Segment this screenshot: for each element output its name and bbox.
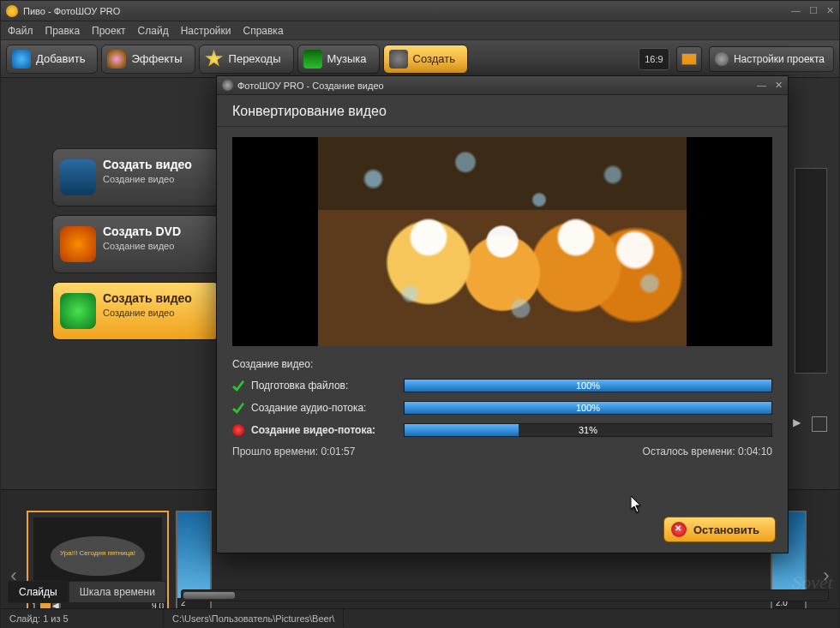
progress-section-label: Создание видео: [232,358,772,370]
dvd-icon [60,226,96,262]
check-icon [232,402,244,414]
main-titlebar: Пиво - ФотоШОУ PRO — ☐ ✕ [1,1,839,21]
transitions-button[interactable]: Переходы [199,45,294,74]
stop-button[interactable]: Остановить [663,517,776,542]
camera-icon [12,50,31,69]
dialog-minimize-icon[interactable]: — [757,80,766,91]
play-icon[interactable]: ▶ [793,416,808,432]
record-icon [232,424,244,436]
status-slide-count: Слайд: 1 из 5 [1,609,164,627]
preview-panel: ▶ [786,159,827,425]
dialog-heading: Конвертирование видео [217,95,788,127]
menu-file[interactable]: Файл [8,25,33,37]
minimize-icon[interactable]: — [791,5,801,16]
remaining-time: Осталось времени: 0:04:10 [643,446,772,458]
effects-button[interactable]: Эффекты [101,45,195,74]
create-button[interactable]: Создать [383,45,468,74]
menu-bar: Файл Правка Проект Слайд Настройки Справ… [1,21,839,40]
option-create-video[interactable]: Создать видео Создание видео [52,148,220,206]
tab-slides[interactable]: Слайды [8,581,69,603]
menu-help[interactable]: Справка [243,25,283,37]
music-note-icon [303,50,322,69]
option-create-web[interactable]: Создать видео Создание видео [52,282,220,340]
main-toolbar: Добавить Эффекты Переходы Музыка Создать… [1,40,839,78]
menu-settings[interactable]: Настройки [181,25,231,37]
progress-prepare: Подготовка файлов: 100% [232,379,772,392]
filmstrip-icon [60,159,96,195]
progress-video: Создание видео-потока: 31% [232,423,772,437]
elapsed-time: Прошло времени: 0:01:57 [232,446,355,458]
close-icon[interactable]: ✕ [826,5,834,16]
dialog-close-icon[interactable]: ✕ [775,80,783,91]
tab-timeline[interactable]: Шкала времени [69,581,166,603]
menu-project[interactable]: Проект [92,25,126,37]
preview-frame [318,137,687,346]
aspect-ratio[interactable]: 16:9 [639,48,669,70]
status-path: C:\Users\Пользователь\Pictures\Beer\ [164,609,344,627]
fullscreen-icon[interactable] [812,416,827,432]
app-logo-icon [6,5,18,17]
timeline-scrollbar[interactable] [181,589,829,601]
option-create-dvd[interactable]: Создать DVD Создание видео [52,215,220,273]
window-title: Пиво - ФотоШОУ PRO [23,6,791,16]
menu-edit[interactable]: Правка [45,25,81,37]
add-button[interactable]: Добавить [6,45,98,74]
progress-audio: Создание аудио-потока: 100% [232,401,772,415]
export-dialog: ФотоШОУ PRO - Создание видео — ✕ Конверт… [216,75,789,553]
globe-icon [60,293,96,329]
palette-icon [107,50,126,69]
menu-slide[interactable]: Слайд [138,25,169,37]
video-preview [232,137,772,346]
check-icon [232,380,244,392]
reel-icon [389,50,408,69]
reel-icon [222,80,233,91]
maximize-icon[interactable]: ☐ [809,5,818,16]
music-button[interactable]: Музыка [297,45,380,74]
dialog-title: ФотоШОУ PRO - Создание видео [237,81,757,91]
preview-toggle-button[interactable] [676,46,702,72]
preview-thumbnail [795,168,827,374]
star-icon [205,50,224,69]
project-settings-button[interactable]: Настройки проекта [709,46,834,72]
